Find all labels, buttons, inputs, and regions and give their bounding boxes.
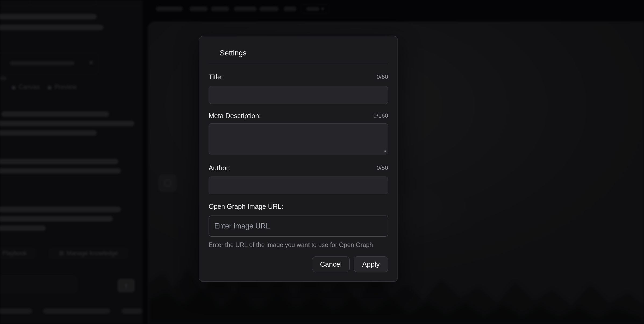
- meta-description-field-label: Meta Description:: [209, 112, 261, 120]
- title-input[interactable]: [209, 86, 388, 104]
- meta-description-char-counter: 0/160: [373, 112, 388, 119]
- author-field-label: Author:: [209, 164, 230, 172]
- dialog-title: Settings: [220, 49, 388, 57]
- app-screen: × ◉ Canvas ◉ Preview: [0, 0, 644, 324]
- author-input[interactable]: [209, 177, 388, 194]
- dialog-actions: Cancel Apply: [209, 256, 388, 272]
- meta-description-field: [209, 123, 388, 154]
- cancel-button[interactable]: Cancel: [312, 256, 350, 272]
- author-field-header: Author: 0/50: [209, 164, 388, 172]
- title-field-header: Title: 0/60: [209, 73, 388, 81]
- og-image-url-input[interactable]: [209, 216, 388, 237]
- dialog-divider: [209, 64, 388, 64]
- meta-description-textarea[interactable]: [209, 123, 388, 154]
- og-image-field-header: Open Graph Image URL:: [209, 203, 388, 210]
- resize-handle-icon[interactable]: [382, 148, 386, 152]
- og-image-field-label: Open Graph Image URL:: [209, 203, 283, 210]
- og-image-helper-text: Enter the URL of the image you want to u…: [209, 241, 388, 249]
- meta-description-field-header: Meta Description: 0/160: [209, 112, 388, 119]
- author-char-counter: 0/50: [377, 164, 388, 171]
- apply-button[interactable]: Apply: [354, 256, 388, 272]
- title-char-counter: 0/60: [377, 73, 388, 80]
- title-field-label: Title:: [209, 73, 223, 81]
- settings-dialog: Settings Title: 0/60 Meta Description: 0…: [199, 36, 398, 282]
